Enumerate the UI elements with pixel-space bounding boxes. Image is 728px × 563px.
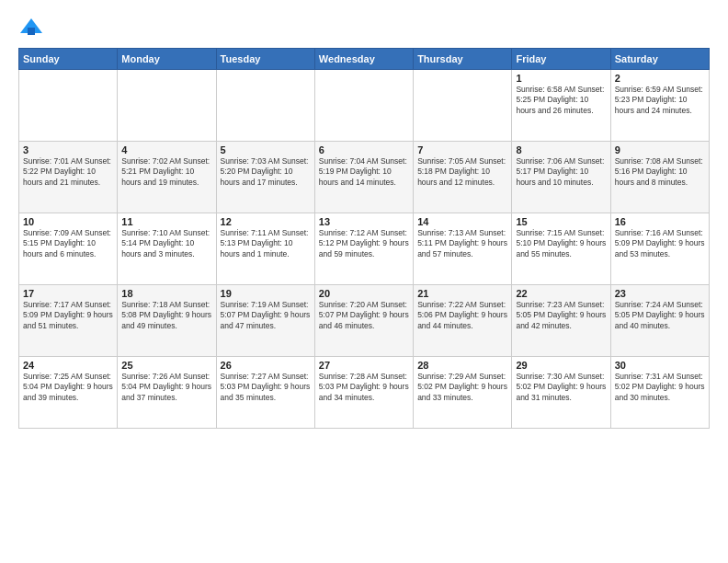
day-number: 30: [615, 360, 705, 371]
day-info: Sunrise: 7:20 AM Sunset: 5:07 PM Dayligh…: [319, 300, 409, 331]
day-number: 21: [417, 288, 507, 299]
calendar-cell: 27Sunrise: 7:28 AM Sunset: 5:03 PM Dayli…: [314, 357, 413, 429]
day-number: 1: [516, 73, 606, 84]
calendar-cell: [19, 70, 118, 142]
calendar-body: 1Sunrise: 6:58 AM Sunset: 5:25 PM Daylig…: [19, 70, 710, 429]
day-info: Sunrise: 7:25 AM Sunset: 5:04 PM Dayligh…: [23, 372, 113, 403]
day-number: 7: [417, 144, 507, 155]
logo: [18, 15, 48, 40]
day-number: 6: [319, 144, 409, 155]
day-number: 2: [615, 73, 705, 84]
day-info: Sunrise: 7:08 AM Sunset: 5:16 PM Dayligh…: [615, 156, 705, 188]
day-info: Sunrise: 7:01 AM Sunset: 5:22 PM Dayligh…: [23, 156, 113, 188]
day-number: 5: [221, 144, 311, 155]
calendar-cell: 6Sunrise: 7:04 AM Sunset: 5:19 PM Daylig…: [314, 142, 413, 213]
calendar-cell: 25Sunrise: 7:26 AM Sunset: 5:04 PM Dayli…: [118, 357, 216, 429]
header-cell-wednesday: Wednesday: [314, 49, 413, 70]
day-number: 11: [121, 216, 211, 227]
calendar-cell: [314, 70, 413, 142]
calendar-cell: 19Sunrise: 7:19 AM Sunset: 5:07 PM Dayli…: [216, 285, 314, 357]
header-cell-tuesday: Tuesday: [216, 49, 314, 70]
day-info: Sunrise: 7:31 AM Sunset: 5:02 PM Dayligh…: [615, 372, 705, 403]
calendar-cell: 15Sunrise: 7:15 AM Sunset: 5:10 PM Dayli…: [512, 213, 610, 285]
day-info: Sunrise: 7:10 AM Sunset: 5:14 PM Dayligh…: [121, 228, 211, 259]
day-number: 9: [615, 144, 705, 155]
header: [18, 15, 710, 40]
calendar-cell: 18Sunrise: 7:18 AM Sunset: 5:08 PM Dayli…: [118, 285, 216, 357]
calendar-cell: 30Sunrise: 7:31 AM Sunset: 5:02 PM Dayli…: [610, 357, 709, 429]
week-row-5: 24Sunrise: 7:25 AM Sunset: 5:04 PM Dayli…: [19, 357, 710, 429]
day-number: 16: [615, 216, 705, 227]
day-info: Sunrise: 7:17 AM Sunset: 5:09 PM Dayligh…: [23, 300, 113, 331]
calendar-cell: [414, 70, 512, 142]
day-number: 22: [516, 288, 606, 299]
page: SundayMondayTuesdayWednesdayThursdayFrid…: [0, 0, 728, 563]
day-info: Sunrise: 7:11 AM Sunset: 5:13 PM Dayligh…: [221, 228, 311, 259]
day-number: 28: [417, 360, 507, 371]
day-number: 27: [319, 360, 409, 371]
calendar-cell: 14Sunrise: 7:13 AM Sunset: 5:11 PM Dayli…: [414, 213, 512, 285]
svg-rect-1: [28, 28, 35, 35]
header-cell-thursday: Thursday: [414, 49, 512, 70]
day-number: 4: [121, 144, 211, 155]
calendar-cell: 16Sunrise: 7:16 AM Sunset: 5:09 PM Dayli…: [610, 213, 709, 285]
day-info: Sunrise: 7:18 AM Sunset: 5:08 PM Dayligh…: [121, 300, 211, 331]
day-info: Sunrise: 7:24 AM Sunset: 5:05 PM Dayligh…: [615, 300, 705, 331]
day-number: 17: [23, 288, 113, 299]
calendar-cell: 26Sunrise: 7:27 AM Sunset: 5:03 PM Dayli…: [216, 357, 314, 429]
calendar-cell: 2Sunrise: 6:59 AM Sunset: 5:23 PM Daylig…: [610, 70, 709, 142]
day-number: 24: [23, 360, 113, 371]
calendar-cell: [118, 70, 216, 142]
calendar-cell: 21Sunrise: 7:22 AM Sunset: 5:06 PM Dayli…: [414, 285, 512, 357]
day-number: 20: [319, 288, 409, 299]
day-number: 13: [319, 216, 409, 227]
calendar-cell: 7Sunrise: 7:05 AM Sunset: 5:18 PM Daylig…: [414, 142, 512, 213]
calendar-cell: 29Sunrise: 7:30 AM Sunset: 5:02 PM Dayli…: [512, 357, 610, 429]
day-info: Sunrise: 7:04 AM Sunset: 5:19 PM Dayligh…: [319, 156, 409, 188]
header-cell-sunday: Sunday: [19, 49, 118, 70]
day-info: Sunrise: 7:02 AM Sunset: 5:21 PM Dayligh…: [121, 156, 211, 188]
day-info: Sunrise: 7:16 AM Sunset: 5:09 PM Dayligh…: [615, 228, 705, 259]
calendar-cell: 23Sunrise: 7:24 AM Sunset: 5:05 PM Dayli…: [610, 285, 709, 357]
day-info: Sunrise: 7:06 AM Sunset: 5:17 PM Dayligh…: [516, 156, 606, 188]
day-number: 15: [516, 216, 606, 227]
header-cell-friday: Friday: [512, 49, 610, 70]
day-info: Sunrise: 7:13 AM Sunset: 5:11 PM Dayligh…: [417, 228, 507, 259]
day-number: 18: [121, 288, 211, 299]
calendar-cell: 28Sunrise: 7:29 AM Sunset: 5:02 PM Dayli…: [414, 357, 512, 429]
calendar-cell: 17Sunrise: 7:17 AM Sunset: 5:09 PM Dayli…: [19, 285, 118, 357]
calendar-cell: 4Sunrise: 7:02 AM Sunset: 5:21 PM Daylig…: [118, 142, 216, 213]
header-cell-saturday: Saturday: [610, 49, 709, 70]
logo-icon: [18, 15, 44, 40]
calendar-cell: 5Sunrise: 7:03 AM Sunset: 5:20 PM Daylig…: [216, 142, 314, 213]
calendar-cell: [216, 70, 314, 142]
week-row-2: 3Sunrise: 7:01 AM Sunset: 5:22 PM Daylig…: [19, 142, 710, 213]
day-info: Sunrise: 7:28 AM Sunset: 5:03 PM Dayligh…: [319, 372, 409, 403]
week-row-3: 10Sunrise: 7:09 AM Sunset: 5:15 PM Dayli…: [19, 213, 710, 285]
day-info: Sunrise: 7:22 AM Sunset: 5:06 PM Dayligh…: [417, 300, 507, 331]
calendar-cell: 3Sunrise: 7:01 AM Sunset: 5:22 PM Daylig…: [19, 142, 118, 213]
week-row-1: 1Sunrise: 6:58 AM Sunset: 5:25 PM Daylig…: [19, 70, 710, 142]
day-info: Sunrise: 7:03 AM Sunset: 5:20 PM Dayligh…: [221, 156, 311, 188]
header-row: SundayMondayTuesdayWednesdayThursdayFrid…: [19, 49, 710, 70]
calendar-header: SundayMondayTuesdayWednesdayThursdayFrid…: [19, 49, 710, 70]
calendar-cell: 22Sunrise: 7:23 AM Sunset: 5:05 PM Dayli…: [512, 285, 610, 357]
day-info: Sunrise: 7:30 AM Sunset: 5:02 PM Dayligh…: [516, 372, 606, 403]
day-number: 26: [221, 360, 311, 371]
day-number: 3: [23, 144, 113, 155]
calendar-cell: 24Sunrise: 7:25 AM Sunset: 5:04 PM Dayli…: [19, 357, 118, 429]
day-number: 8: [516, 144, 606, 155]
day-number: 29: [516, 360, 606, 371]
day-info: Sunrise: 7:29 AM Sunset: 5:02 PM Dayligh…: [417, 372, 507, 403]
day-info: Sunrise: 7:09 AM Sunset: 5:15 PM Dayligh…: [23, 228, 113, 259]
day-info: Sunrise: 7:27 AM Sunset: 5:03 PM Dayligh…: [221, 372, 311, 403]
day-info: Sunrise: 7:26 AM Sunset: 5:04 PM Dayligh…: [121, 372, 211, 403]
day-number: 19: [221, 288, 311, 299]
day-number: 10: [23, 216, 113, 227]
header-cell-monday: Monday: [118, 49, 216, 70]
day-number: 14: [417, 216, 507, 227]
day-number: 25: [121, 360, 211, 371]
day-info: Sunrise: 7:05 AM Sunset: 5:18 PM Dayligh…: [417, 156, 507, 188]
day-info: Sunrise: 7:12 AM Sunset: 5:12 PM Dayligh…: [319, 228, 409, 259]
calendar-cell: 8Sunrise: 7:06 AM Sunset: 5:17 PM Daylig…: [512, 142, 610, 213]
